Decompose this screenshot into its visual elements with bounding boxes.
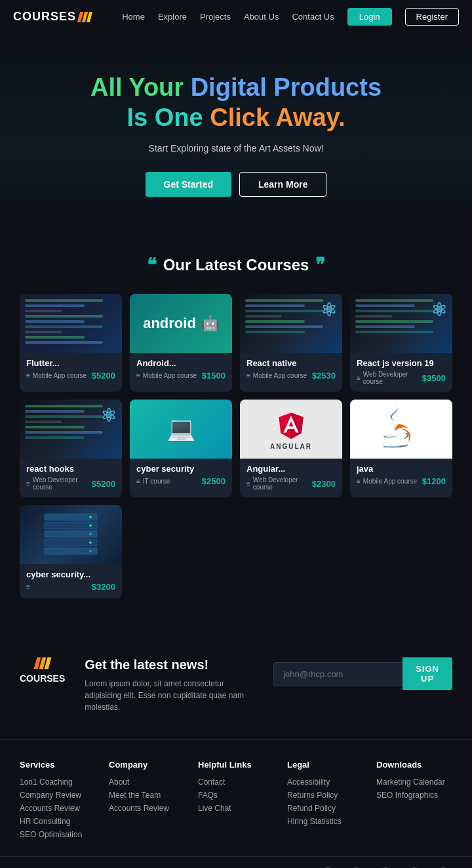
nav-explore[interactable]: Explore [158, 12, 187, 22]
code-line [355, 299, 433, 302]
course-price: $1200 [422, 476, 446, 486]
code-line [25, 325, 103, 328]
course-image-cyber: 💻 [130, 400, 232, 459]
register-button[interactable]: Register [405, 8, 459, 26]
course-name: cyber security... [26, 569, 115, 579]
newsletter-email-input[interactable] [273, 662, 403, 686]
courses-grid: Flutter... ≡ Mobile App course $5200 and… [0, 294, 472, 618]
code-line [355, 315, 392, 318]
course-meta: ≡ $3200 [26, 582, 115, 592]
svg-point-5 [89, 524, 92, 527]
course-category: ≡ IT course [136, 478, 170, 485]
navbar: COURSES Home Explore Projects About Us C… [0, 0, 472, 33]
nl-logo-text: COURSES [20, 673, 65, 684]
code-line [25, 405, 103, 407]
footer-link-accounts-review[interactable]: Accounts Review [20, 804, 96, 813]
laptop-icon: 💻 [167, 415, 196, 443]
footer-link-accessibility[interactable]: Accessibility [287, 777, 363, 787]
logo[interactable]: COURSES [13, 10, 91, 24]
code-line [25, 415, 103, 418]
code-line [355, 320, 433, 323]
course-info: React native ≡ Mobile App course $2530 [240, 353, 342, 387]
android-label: android 🤖 [143, 315, 219, 332]
footer-link-contact[interactable]: Contact [198, 777, 274, 787]
footer-link-returns[interactable]: Returns Policy [287, 791, 363, 800]
category-icon: ≡ [357, 478, 361, 485]
headline-is-one: Is One [127, 104, 203, 131]
course-card-angular[interactable]: ANGULAR Angular... ≡ Web Developer cours… [240, 400, 342, 497]
footer-link-seo-infographics[interactable]: SEO Infographics [376, 791, 452, 800]
course-name: React native [246, 358, 336, 368]
code-line [245, 320, 305, 323]
category-text: Web Developer course [363, 371, 422, 385]
footer-link-marketing[interactable]: Marketing Calendar [376, 777, 452, 787]
footer-link-refund[interactable]: Refund Policy [287, 804, 363, 813]
category-icon: ≡ [136, 372, 140, 379]
code-line [25, 304, 85, 307]
server-svg [41, 510, 100, 560]
course-card-java[interactable]: java ≡ Mobile App course $1200 [350, 400, 452, 497]
footer-link-livechat[interactable]: Live Chat [198, 804, 274, 813]
course-name: java [357, 464, 446, 474]
course-card-android[interactable]: android 🤖 Android... ≡ Mobile App course… [130, 294, 232, 392]
learn-more-button[interactable]: Learn More [239, 172, 326, 197]
course-price: $3500 [422, 373, 446, 383]
code-line [355, 325, 415, 328]
footer-link-seo-opt[interactable]: SEO Optimisation [20, 830, 96, 839]
newsletter-section: COURSES Get the latest news! Lorem ipsum… [0, 631, 472, 739]
svg-point-3 [89, 516, 92, 518]
nav-about[interactable]: About Us [244, 12, 279, 22]
course-category: ≡ Mobile App course [26, 372, 87, 379]
footer-link-hr[interactable]: HR Consulting [20, 817, 96, 826]
course-card-react-native[interactable]: ⚛ React native ≡ Mobile App course $2530 [240, 294, 342, 392]
footer-link-accounts-rev2[interactable]: Accounts Review [109, 804, 185, 813]
nav-contact[interactable]: Contact Us [292, 12, 334, 22]
login-button[interactable]: Login [347, 8, 392, 26]
course-card-react-hooks[interactable]: ⚛ react hooks ≡ Web Developer course $52… [20, 400, 122, 497]
footer-link-faqs[interactable]: FAQs [198, 791, 274, 800]
get-started-button[interactable]: Get Started [146, 172, 231, 197]
course-image-java [350, 400, 452, 459]
course-name: cyber security [136, 464, 226, 474]
footer-link-meet-team[interactable]: Meet the Team [109, 791, 185, 800]
atom-icon: ⚛ [100, 405, 117, 426]
course-name: Android... [136, 358, 226, 368]
footer-link-hiring[interactable]: Hiring Statistics [287, 817, 363, 826]
course-image-cyber2 [20, 505, 122, 564]
course-card-cyber[interactable]: 💻 cyber security ≡ IT course $2500 [130, 400, 232, 497]
newsletter-body: Lorem ipsum dolor, sit amet consectetur … [85, 678, 254, 713]
course-card-flutter[interactable]: Flutter... ≡ Mobile App course $5200 [20, 294, 122, 392]
course-category: ≡ [26, 583, 33, 590]
course-price: $5200 [92, 479, 115, 489]
footer-link-1on1[interactable]: 1on1 Coaching [20, 777, 96, 787]
code-line [25, 336, 85, 339]
nav-home[interactable]: Home [122, 12, 145, 22]
newsletter-logo: COURSES [20, 657, 65, 684]
footer-link-company-review[interactable]: Company Review [20, 791, 96, 800]
nav-projects[interactable]: Projects [200, 12, 231, 22]
footer-col-services: Services 1on1 Coaching Company Review Ac… [20, 760, 96, 843]
code-line [245, 315, 282, 318]
course-price: $2530 [312, 371, 336, 381]
course-meta: ≡ Mobile App course $1500 [136, 371, 226, 381]
course-info: Android... ≡ Mobile App course $1500 [130, 353, 232, 387]
hero-headline: All Your Digital Products Is One Click A… [26, 73, 446, 133]
course-meta: ≡ Mobile App course $2530 [246, 371, 336, 381]
signup-button[interactable]: SIGN UP [403, 657, 452, 690]
quote-left-icon: ❝ [147, 256, 157, 274]
course-card-reactjs[interactable]: ⚛ React js version 19 ≡ Web Developer co… [350, 294, 452, 392]
course-info: react hooks ≡ Web Developer course $5200 [20, 459, 122, 497]
code-line [25, 431, 103, 434]
course-info: Angular... ≡ Web Developer course $2300 [240, 459, 342, 497]
angular-logo-svg [275, 409, 307, 442]
code-lines [25, 299, 117, 344]
code-line [25, 426, 85, 428]
footer-link-about[interactable]: About [109, 777, 185, 787]
headline-all-your: All Your [90, 73, 184, 101]
code-line [25, 310, 62, 312]
category-text: Mobile App course [33, 372, 87, 379]
hero-subtitle: Start Exploring state of the Art Assets … [26, 143, 446, 154]
nl-logo-co: COU [20, 673, 40, 684]
code-line [25, 331, 62, 333]
course-card-cyber2[interactable]: cyber security... ≡ $3200 [20, 505, 122, 598]
